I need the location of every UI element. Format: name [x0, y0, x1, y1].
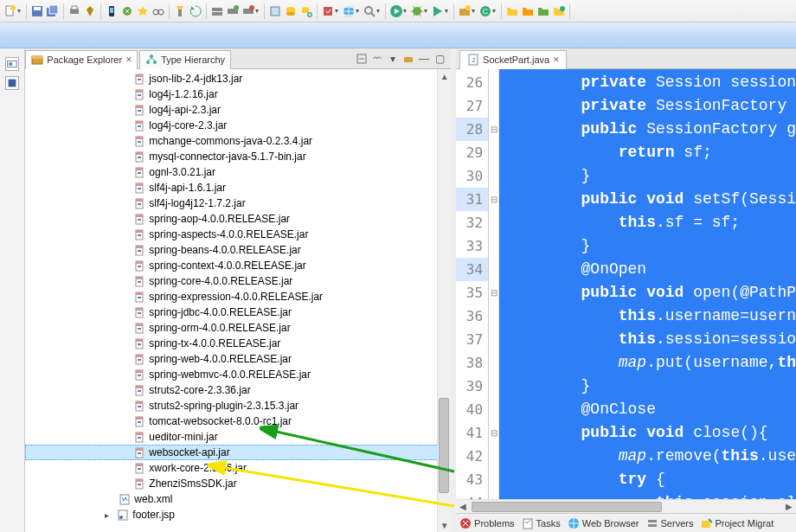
tab-type-hierarchy[interactable]: Type Hierarchy [139, 50, 231, 69]
fold-marker[interactable] [489, 468, 498, 491]
scroll-down-arrow[interactable]: ▼ [438, 518, 451, 532]
ds-button[interactable] [284, 4, 298, 18]
scroll-up-arrow[interactable]: ▲ [438, 69, 451, 83]
code-body[interactable]: private Session session private SessionF… [499, 69, 796, 499]
footer-item[interactable]: ▸footer.jsp [25, 507, 451, 522]
code-line[interactable]: @OnOpen [499, 258, 796, 281]
jar-item[interactable]: log4j-api-2.3.jar [25, 102, 451, 118]
code-area[interactable]: 26272829303132333435363738394041424344 ⊟… [456, 69, 796, 499]
scroll-thumb-h[interactable] [472, 502, 662, 512]
sync-button[interactable] [189, 4, 202, 18]
focus-icon[interactable] [402, 53, 414, 65]
jar-item[interactable]: spring-aop-4.0.0.RELEASE.jar [25, 211, 451, 227]
code-line[interactable]: this.username=usern [499, 304, 796, 328]
tab-package-explorer[interactable]: Package Explorer × [25, 50, 138, 69]
close-icon[interactable]: × [553, 54, 559, 66]
jar-item[interactable]: spring-context-4.0.0.RELEASE.jar [25, 258, 451, 273]
torch-button[interactable] [173, 4, 187, 18]
fold-marker[interactable] [489, 211, 498, 234]
wizard-button[interactable] [136, 4, 150, 18]
build-button[interactable] [83, 4, 97, 18]
fold-marker[interactable] [489, 328, 498, 351]
db-add-button[interactable] [299, 4, 313, 18]
jar-item[interactable]: struts2-spring-plugin-2.3.15.3.jar [25, 398, 451, 413]
globe-button[interactable] [342, 4, 356, 18]
webxml-item[interactable]: web.xml [25, 491, 451, 507]
jar-item[interactable]: struts2-core-2.3.36.jar [25, 382, 451, 398]
play-button[interactable] [431, 4, 445, 18]
jar-item[interactable]: xwork-core-2.3.36.jar [25, 460, 451, 476]
dropdown-arrow[interactable]: ▾ [255, 7, 259, 15]
dropdown-arrow[interactable]: ▾ [17, 7, 21, 15]
jar-item[interactable]: tomcat-websocket-8.0.0-rc1.jar [25, 413, 451, 429]
dropdown-arrow[interactable]: ▾ [424, 7, 427, 15]
jar-item[interactable]: spring-core-4.0.0.RELEASE.jar [25, 273, 451, 289]
fold-marker[interactable]: ⊟ [489, 421, 498, 445]
dropdown-arrow[interactable]: ▾ [335, 7, 338, 15]
scroll-thumb[interactable] [439, 398, 449, 493]
fold-marker[interactable]: ⊟ [489, 188, 498, 211]
code-line[interactable]: @OnClose [499, 398, 796, 421]
debug-server-button[interactable] [226, 4, 240, 18]
code-line[interactable]: return sf; [499, 141, 796, 164]
code-line[interactable]: } [499, 234, 796, 258]
jar-item[interactable]: spring-beans-4.0.0.RELEASE.jar [25, 242, 451, 258]
jar-item[interactable]: json-lib-2.4-jdk13.jar [25, 71, 451, 87]
glasses-button[interactable] [151, 4, 165, 18]
dropdown-arrow[interactable]: ▾ [445, 7, 448, 15]
fold-marker[interactable] [489, 164, 498, 188]
jar-item[interactable]: log4j-1.2.16.jar [25, 87, 451, 102]
status-view-project[interactable]: Project Migrat [700, 517, 774, 529]
status-view-browser[interactable]: Web Browser [568, 517, 639, 529]
dropdown-arrow[interactable]: ▾ [403, 7, 407, 15]
jar-item[interactable]: spring-webmvc-4.0.0.RELEASE.jar [25, 367, 451, 382]
code-line[interactable]: public void setSf(Sessi [499, 188, 796, 211]
phone-button[interactable] [105, 4, 119, 18]
run-button[interactable] [389, 4, 403, 18]
fold-marker[interactable] [489, 94, 498, 118]
scroll-left-arrow[interactable]: ◀ [456, 502, 470, 511]
server-profile-button[interactable] [241, 4, 255, 18]
jar-item[interactable]: spring-jdbc-4.0.0.RELEASE.jar [25, 304, 451, 320]
code-line[interactable]: this.session=sessio [499, 328, 796, 351]
dropdown-arrow[interactable]: ▾ [492, 7, 496, 15]
code-line[interactable]: } [499, 375, 796, 398]
editor-tab-socketpart[interactable]: J SocketPart.java × [459, 50, 567, 69]
dropdown-arrow[interactable]: ▾ [356, 7, 359, 15]
code-line[interactable]: this.session.cl [499, 491, 796, 499]
dropdown-arrow[interactable]: ▾ [472, 7, 475, 15]
fold-marker[interactable] [489, 398, 498, 421]
tree-area[interactable]: json-lib-2.4-jdk13.jarlog4j-1.2.16.jarlo… [25, 69, 451, 532]
link-editor-icon[interactable] [371, 53, 383, 65]
jar-item[interactable]: spring-orm-4.0.0.RELEASE.jar [25, 320, 451, 336]
fold-marker[interactable]: ⊟ [489, 281, 498, 304]
fold-marker[interactable] [489, 375, 498, 398]
jar-item[interactable]: ueditor-mini.jar [25, 429, 451, 445]
jar-item[interactable]: websocket-api.jar [25, 445, 451, 460]
debug-config-button[interactable] [120, 4, 134, 18]
code-line[interactable]: map.remove(this.use [499, 445, 796, 468]
new-module-button[interactable] [268, 4, 282, 18]
new-pkg-button[interactable] [458, 4, 472, 18]
folder-new-button[interactable] [552, 4, 566, 18]
code-line[interactable]: try { [499, 468, 796, 491]
status-view-servers[interactable]: Servers [646, 517, 694, 529]
jar-item[interactable]: log4j-core-2.3.jar [25, 118, 451, 133]
fold-marker[interactable] [489, 141, 498, 164]
server-button[interactable] [210, 4, 224, 18]
debug-button[interactable] [410, 4, 424, 18]
ext-tools-button[interactable] [321, 4, 335, 18]
fold-gutter[interactable]: ⊟⊟⊟⊟ [489, 69, 499, 499]
jar-item[interactable]: ZhenziSmsSDK.jar [25, 476, 451, 491]
collapse-all-icon[interactable] [356, 53, 368, 65]
maximize-icon[interactable]: ▢ [433, 53, 446, 65]
folder-g-button[interactable] [536, 4, 550, 18]
horizontal-scrollbar[interactable]: ◀ ▶ [456, 499, 796, 513]
code-line[interactable]: public SessionFactory g [499, 118, 796, 141]
folder-o-button[interactable] [521, 4, 535, 18]
code-line[interactable]: public void close(){ [499, 421, 796, 445]
jar-item[interactable]: ognl-3.0.21.jar [25, 164, 451, 180]
jar-item[interactable]: spring-tx-4.0.0.RELEASE.jar [25, 336, 451, 351]
fold-marker[interactable] [489, 258, 498, 281]
fold-marker[interactable]: ⊟ [489, 118, 498, 141]
